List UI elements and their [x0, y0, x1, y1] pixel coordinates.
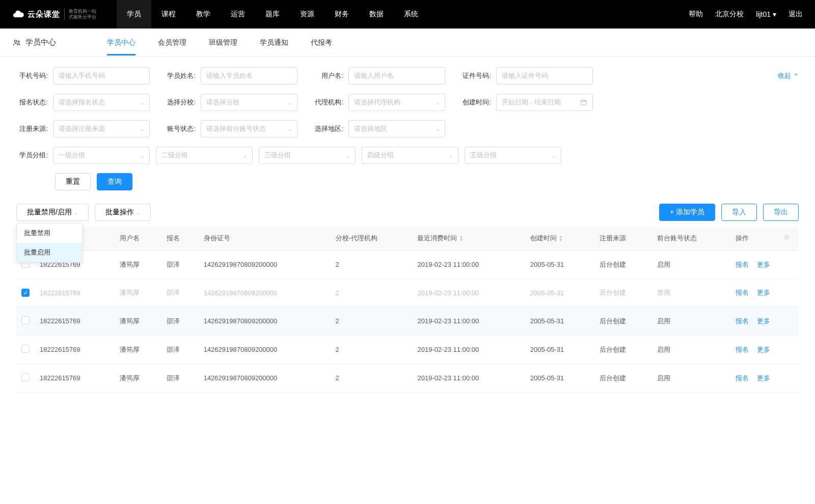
- option-batch-disable[interactable]: 批量禁用: [17, 223, 82, 243]
- tab-member-mgmt[interactable]: 会员管理: [158, 30, 186, 55]
- cell-idcard: 14262919870809200000: [199, 279, 331, 307]
- nav-teaching[interactable]: 教学: [186, 0, 221, 29]
- row-more-link[interactable]: 更多: [757, 317, 770, 325]
- group-level1-select[interactable]: 一级分组⌄: [53, 147, 150, 164]
- cell-status: 启用: [652, 307, 730, 335]
- cell-enroll: 邵泽: [161, 307, 198, 335]
- nav-courses[interactable]: 课程: [151, 0, 186, 29]
- row-checkbox[interactable]: [21, 345, 30, 353]
- cell-lastconsume: 2019-02-23 11:00:00: [412, 307, 525, 335]
- cell-op: 报名 更多: [730, 279, 799, 307]
- cell-phone: 18222615769: [35, 307, 115, 335]
- register-source-select[interactable]: 请选择注册来源⌄: [53, 120, 150, 137]
- branch-select[interactable]: 请选择分校⌄: [201, 94, 297, 111]
- cell-status: 禁用: [652, 279, 730, 307]
- row-checkbox[interactable]: ✓: [21, 289, 30, 297]
- search-button[interactable]: 查询: [97, 173, 132, 190]
- cell-lastconsume: 2019-02-23 11:00:00: [412, 250, 525, 279]
- reset-button[interactable]: 重置: [55, 173, 91, 190]
- cell-branch: 2: [331, 250, 413, 279]
- svg-point-1: [18, 41, 19, 42]
- enroll-status-select[interactable]: 请选择报名状态⌄: [53, 94, 150, 111]
- tab-student-center[interactable]: 学员中心: [107, 30, 135, 55]
- col-idcard: 身份证号: [199, 226, 331, 250]
- account-status-select[interactable]: 请选择前台账号状态⌄: [201, 120, 297, 137]
- option-batch-enable[interactable]: 批量启用: [17, 243, 82, 262]
- batch-op-button[interactable]: 批量操作 ⌄: [95, 204, 151, 221]
- row-checkbox[interactable]: [21, 316, 30, 324]
- filter-label-source: 注册来源:: [16, 124, 48, 133]
- group-level4-select[interactable]: 四级分组⌄: [362, 147, 458, 164]
- tab-class-mgmt[interactable]: 班级管理: [209, 30, 237, 55]
- cell-branch: 2: [331, 335, 413, 364]
- row-enroll-link[interactable]: 报名: [736, 261, 749, 268]
- logout-link[interactable]: 退出: [789, 10, 803, 19]
- help-link[interactable]: 帮助: [689, 10, 703, 19]
- chevron-down-icon: ⌄: [288, 126, 292, 132]
- idnum-input[interactable]: 请输入证件号码: [496, 67, 593, 85]
- name-input[interactable]: 请输入学员姓名: [201, 67, 297, 85]
- cell-idcard: 14262919870809200000: [199, 364, 331, 393]
- row-enroll-link[interactable]: 报名: [736, 346, 749, 353]
- collapse-toggle[interactable]: 收起 ⌃: [778, 67, 799, 85]
- export-button[interactable]: 导出: [763, 204, 799, 221]
- row-checkbox[interactable]: [21, 373, 30, 381]
- import-button[interactable]: 导入: [721, 204, 757, 221]
- gear-icon[interactable]: [783, 234, 791, 241]
- logo-subtitle: 教育机构一站 式服务云平台: [64, 9, 96, 20]
- filter-label-branch: 选择分校:: [164, 98, 196, 107]
- top-nav: 云朵课堂 教育机构一站 式服务云平台 学员 课程 教学 运营 题库 资源 财务 …: [0, 0, 815, 29]
- tab-student-notify[interactable]: 学员通知: [260, 30, 288, 55]
- nav-resources[interactable]: 资源: [290, 0, 324, 29]
- cell-username: 潘筠厚: [115, 250, 162, 279]
- nav-finance[interactable]: 财务: [324, 0, 359, 29]
- calendar-icon: [580, 99, 587, 106]
- phone-input[interactable]: 请输入手机号码: [53, 67, 150, 85]
- row-enroll-link[interactable]: 报名: [736, 289, 749, 296]
- row-enroll-link[interactable]: 报名: [736, 374, 749, 382]
- row-more-link[interactable]: 更多: [757, 261, 770, 268]
- row-more-link[interactable]: 更多: [757, 374, 770, 382]
- col-createtime[interactable]: 创建时间▲▼: [525, 226, 594, 250]
- region-select[interactable]: 请选择地区⌄: [348, 120, 445, 137]
- chevron-down-icon: ⌄: [243, 153, 247, 158]
- nav-question-bank[interactable]: 题库: [255, 0, 290, 29]
- col-lastconsume[interactable]: 最近消费时间▲▼: [412, 226, 525, 250]
- chevron-down-icon: ⌄: [552, 153, 556, 158]
- cell-idcard: 14262919870809200000: [199, 250, 331, 279]
- nav-data[interactable]: 数据: [359, 0, 394, 29]
- col-source: 注册来源: [594, 226, 652, 250]
- group-level3-select[interactable]: 三级分组⌄: [259, 147, 356, 164]
- row-enroll-link[interactable]: 报名: [736, 317, 749, 325]
- cell-createtime: 2005-05-31: [525, 279, 594, 307]
- nav-operations[interactable]: 运营: [221, 0, 255, 29]
- agency-select[interactable]: 请选择代理机构⌄: [348, 94, 445, 111]
- add-student-button[interactable]: + 添加学员: [659, 204, 715, 221]
- nav-system[interactable]: 系统: [394, 0, 428, 29]
- row-more-link[interactable]: 更多: [757, 346, 770, 353]
- nav-students[interactable]: 学员: [117, 0, 151, 29]
- batch-toggle-button[interactable]: 批量禁用/启用 ⌄: [16, 204, 89, 221]
- table-row: 18222615769 潘筠厚 邵泽 14262919870809200000 …: [16, 250, 799, 279]
- chevron-down-icon: ⌄: [136, 210, 140, 215]
- svg-rect-2: [581, 100, 587, 105]
- cell-createtime: 2005-05-31: [525, 250, 594, 279]
- cell-source: 后台创建: [594, 335, 652, 364]
- username-input[interactable]: 请输入用户名: [348, 67, 445, 85]
- group-level2-select[interactable]: 二级分组⌄: [156, 147, 253, 164]
- cell-enroll: 邵泽: [161, 364, 198, 393]
- col-status: 前台账号状态: [652, 226, 730, 250]
- filter-label-enroll: 报名状态:: [16, 98, 48, 107]
- logo-text: 云朵课堂: [28, 10, 60, 19]
- nav-right: 帮助 北京分校 lijt01▾ 退出: [689, 10, 803, 19]
- user-icon: [12, 38, 21, 47]
- user-menu[interactable]: lijt01▾: [756, 10, 776, 18]
- branch-link[interactable]: 北京分校: [715, 10, 744, 19]
- col-enroll: 报名: [161, 226, 198, 250]
- cell-lastconsume: 2019-02-23 11:00:00: [412, 364, 525, 393]
- tab-proxy-exam[interactable]: 代报考: [311, 30, 332, 55]
- create-time-range[interactable]: 开始日期 - 结束日期: [496, 94, 593, 111]
- row-more-link[interactable]: 更多: [757, 289, 770, 296]
- filter-label-username: 用户名:: [312, 71, 343, 80]
- group-level5-select[interactable]: 五级分组⌄: [465, 147, 561, 164]
